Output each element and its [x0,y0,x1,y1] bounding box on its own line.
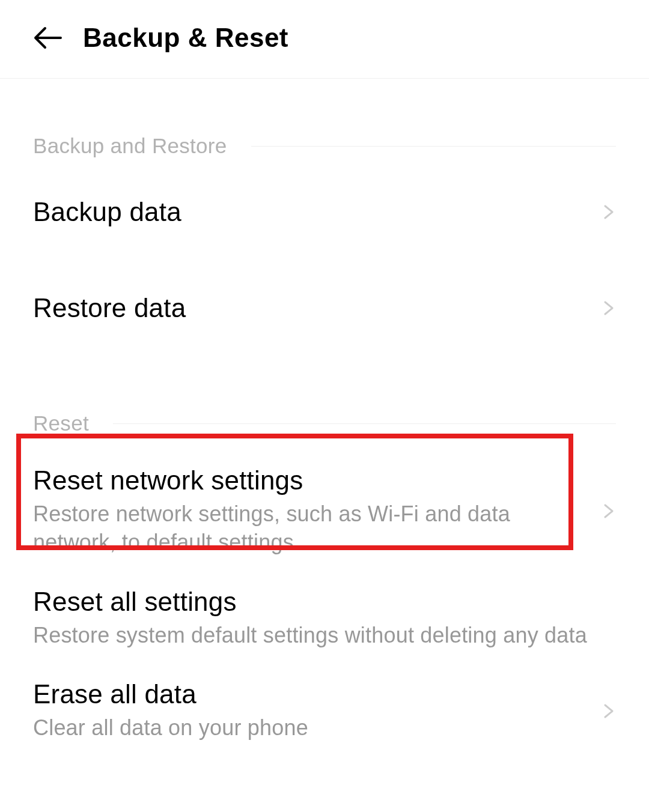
list-item-title: Reset network settings [33,465,596,495]
list-item-subtitle: Restore network settings, such as Wi-Fi … [33,500,596,557]
list-item-title: Restore data [33,293,596,323]
section-label: Reset [33,411,89,435]
list-item-text: Reset all settings Restore system defaul… [33,587,616,650]
divider-line [113,423,616,424]
back-button[interactable] [33,23,62,52]
list-item-title: Erase all data [33,679,596,709]
divider-line [251,146,616,147]
back-arrow-icon [33,26,62,49]
reset-all-settings-item[interactable]: Reset all settings Restore system defaul… [33,578,616,671]
section-header-reset: Reset [33,356,616,435]
section-reset: Reset Reset network settings Restore net… [33,356,616,758]
list-item-text: Reset network settings Restore network s… [33,465,596,557]
section-label: Backup and Restore [33,134,227,158]
section-header-backup: Backup and Restore [33,79,616,158]
list-item-title: Backup data [33,197,596,227]
chevron-right-icon [602,704,616,718]
page-title: Backup & Reset [83,23,288,53]
list-item-text: Backup data [33,197,596,227]
header-bar: Backup & Reset [0,0,649,79]
backup-data-item[interactable]: Backup data [33,164,616,260]
list-item-text: Erase all data Clear all data on your ph… [33,679,596,742]
list-item-subtitle: Restore system default settings without … [33,622,616,650]
chevron-right-icon [602,301,616,315]
chevron-right-icon [602,504,616,518]
erase-all-data-item[interactable]: Erase all data Clear all data on your ph… [33,670,616,758]
restore-data-item[interactable]: Restore data [33,260,616,356]
chevron-right-icon [602,205,616,219]
content-area: Backup and Restore Backup data Restore d… [0,79,649,758]
list-item-text: Restore data [33,293,596,323]
list-item-subtitle: Clear all data on your phone [33,714,596,742]
list-item-title: Reset all settings [33,587,616,617]
reset-network-settings-item[interactable]: Reset network settings Restore network s… [33,441,616,578]
